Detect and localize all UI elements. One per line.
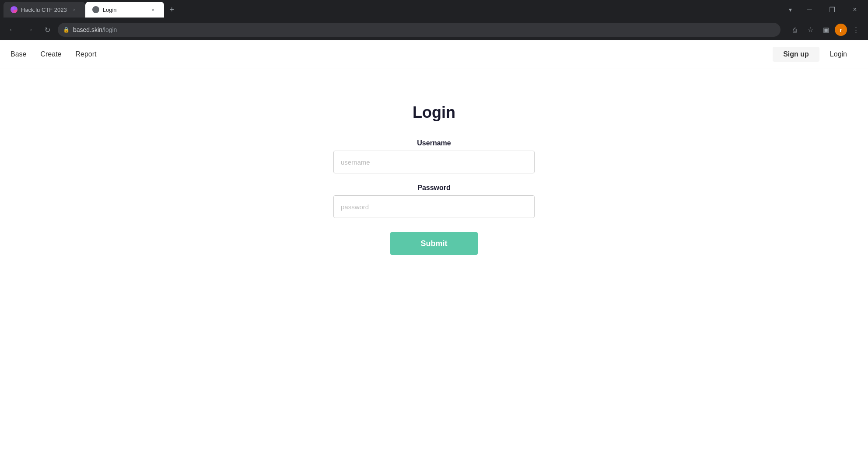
lock-icon: 🔒 — [63, 27, 70, 33]
tab-list-button[interactable]: ▾ — [784, 4, 796, 16]
back-button[interactable]: ← — [5, 23, 19, 37]
address-bar[interactable]: 🔒 based.skin/login — [58, 23, 780, 37]
password-group: Password — [333, 184, 535, 218]
forward-button[interactable]: → — [23, 23, 37, 37]
tab-login-close[interactable]: × — [149, 6, 157, 14]
address-base: based.skin — [73, 26, 102, 33]
username-label: Username — [333, 139, 535, 147]
tab-login[interactable]: Login × — [85, 2, 164, 18]
svg-rect-1 — [14, 10, 17, 12]
nav-link-create[interactable]: Create — [40, 50, 61, 58]
browser-chrome: Hack.lu CTF 2023 × Login × + ▾ ─ ❐ × — [0, 0, 868, 40]
tab-bar: Hack.lu CTF 2023 × Login × + ▾ ─ ❐ × — [0, 0, 868, 19]
svg-rect-2 — [14, 7, 17, 10]
login-title: Login — [413, 103, 455, 122]
tab-login-label: Login — [103, 7, 117, 13]
window-controls: ▾ ─ ❐ × — [784, 0, 864, 19]
password-label: Password — [333, 184, 535, 192]
page-content: Base Create Report Sign up Login Login U… — [0, 40, 868, 451]
new-tab-button[interactable]: + — [164, 2, 180, 18]
tab-hacklu[interactable]: Hack.lu CTF 2023 × — [4, 2, 85, 18]
nav-link-base[interactable]: Base — [10, 50, 26, 58]
close-window-button[interactable]: × — [845, 0, 864, 19]
submit-button[interactable]: Submit — [390, 232, 478, 255]
profile-button[interactable]: r — [835, 24, 847, 36]
address-path: /login — [102, 26, 117, 33]
share-button[interactable]: ⎙ — [788, 23, 802, 37]
browser-actions: ⎙ ☆ ▣ r ⋮ — [788, 23, 863, 37]
login-container: Login Username Password Submit — [0, 68, 868, 255]
svg-rect-0 — [11, 7, 14, 10]
site-nav-links: Base Create Report — [10, 50, 97, 58]
restore-button[interactable]: ❐ — [822, 0, 842, 19]
password-input[interactable] — [333, 195, 535, 218]
username-input[interactable] — [333, 151, 535, 173]
signup-button[interactable]: Sign up — [773, 47, 819, 62]
menu-button[interactable]: ⋮ — [849, 23, 863, 37]
refresh-button[interactable]: ↻ — [40, 23, 54, 37]
hacklu-favicon — [10, 6, 18, 13]
minimize-button[interactable]: ─ — [800, 0, 819, 19]
site-nav: Base Create Report Sign up Login — [0, 40, 868, 68]
bookmark-button[interactable]: ☆ — [803, 23, 817, 37]
address-text: based.skin/login — [73, 26, 117, 33]
site-nav-actions: Sign up Login — [773, 47, 858, 62]
login-favicon — [92, 6, 99, 13]
tab-hacklu-label: Hack.lu CTF 2023 — [21, 7, 67, 13]
address-bar-row: ← → ↻ 🔒 based.skin/login ⎙ ☆ ▣ r ⋮ — [0, 19, 868, 40]
username-group: Username — [333, 139, 535, 173]
nav-link-report[interactable]: Report — [76, 50, 97, 58]
extensions-button[interactable]: ▣ — [819, 23, 833, 37]
login-nav-button[interactable]: Login — [819, 47, 858, 62]
tab-hacklu-close[interactable]: × — [70, 6, 78, 14]
